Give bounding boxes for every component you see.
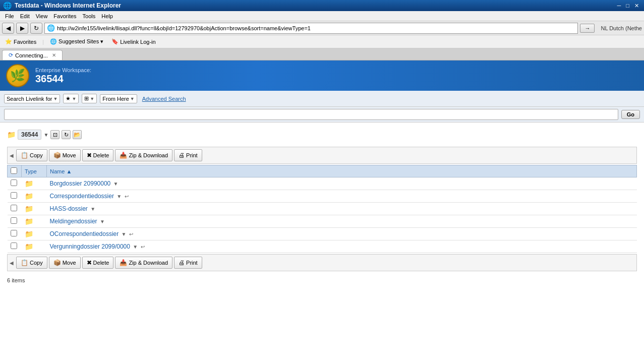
bottom-action-toolbar: ◀ 📋 Copy 📦 Move ✖ Delete 📥 Zip & Downloa… (7, 254, 637, 271)
app-logo: 🌿 (6, 64, 29, 87)
top-zip-download-button[interactable]: 📥 Zip & Download (115, 149, 172, 161)
row-menu-icon-1[interactable]: ▼ (113, 181, 119, 187)
name-sort-link[interactable]: Name ▲ (50, 168, 72, 174)
breadcrumb-bar: 📁 36544 ▼ ⊡ ↻ 📂 (7, 128, 637, 142)
back-button[interactable]: ◀ (2, 23, 14, 34)
minimize-button[interactable]: ─ (615, 3, 623, 9)
table-row: 📁 Borgdossier 20990000 ▼ (8, 177, 637, 190)
maximize-button[interactable]: □ (624, 3, 631, 9)
favorites-button[interactable]: ⭐ Favorites (3, 37, 38, 46)
menu-edit[interactable]: Edit (17, 11, 33, 21)
toolbar-left-arrow[interactable]: ◀ (9, 153, 15, 158)
search-input-bar: Go (0, 107, 644, 123)
system-info: NL Dutch (Nethe (601, 25, 642, 31)
breadcrumb-dropdown-arrow[interactable]: ▼ (43, 132, 48, 138)
go-button[interactable]: → (580, 24, 595, 33)
row-checkbox-6[interactable] (11, 243, 17, 249)
window-controls: ─ □ ✕ (615, 3, 641, 9)
row-arrow-icon-5[interactable]: ↩ (129, 231, 133, 237)
row-checkbox-5[interactable] (11, 230, 17, 236)
file-link-1[interactable]: Borgdossier 20990000 (50, 180, 111, 187)
row-checkbox-1[interactable] (11, 179, 17, 186)
row-menu-icon-5[interactable]: ▼ (122, 231, 127, 237)
menu-help[interactable]: Help (98, 11, 116, 21)
search-toolbar: Search Livelink for ▼ ★ ▼ ⊞ ▼ From Here … (0, 91, 644, 107)
app-title-label: Enterprise Workspace: (35, 67, 91, 73)
column-type-header[interactable]: Type (22, 165, 47, 177)
tab-close-icon[interactable]: ✕ (52, 52, 56, 58)
location-dropdown-arrow: ▼ (130, 96, 135, 101)
type-sort-link[interactable]: Type (25, 168, 37, 174)
tab-connecting[interactable]: ⟳ Connecting... ✕ (2, 50, 63, 60)
print-icon: 🖨 (179, 152, 185, 159)
search-input[interactable] (4, 109, 618, 120)
search-livelink-dropdown[interactable]: Search Livelink for ▼ (4, 94, 60, 103)
breadcrumb-new-window-btn[interactable]: ⊡ (50, 130, 60, 139)
top-move-button[interactable]: 📦 Move (49, 149, 81, 161)
ie-icon: 🌐 (3, 2, 12, 10)
menu-file[interactable]: File (2, 11, 17, 21)
forward-button[interactable]: ▶ (16, 23, 28, 34)
close-button[interactable]: ✕ (632, 3, 641, 9)
file-link-4[interactable]: Meldingendossier (50, 218, 97, 225)
view-dropdown-arrow: ▼ (90, 96, 94, 101)
table-row: 📁 OCorrespondentiedossier ▼ ↩ (8, 228, 637, 240)
breadcrumb-refresh-btn[interactable]: ↻ (62, 130, 71, 139)
top-print-button[interactable]: 🖨 Print (174, 149, 202, 161)
main-content: 📁 36544 ▼ ⊡ ↻ 📂 ◀ 📋 Copy 📦 Move ✖ Delete… (0, 123, 644, 288)
row-menu-icon-4[interactable]: ▼ (100, 219, 105, 224)
location-label: From Here (102, 96, 129, 102)
row-menu-icon-2[interactable]: ▼ (116, 194, 122, 199)
bottom-toolbar-left-arrow[interactable]: ◀ (9, 260, 15, 266)
advanced-search-link[interactable]: Advanced Search (142, 96, 186, 102)
bottom-delete-button[interactable]: ✖ Delete (82, 257, 114, 269)
address-input-wrap: 🌐 (44, 23, 578, 34)
top-copy-button[interactable]: 📋 Copy (16, 149, 47, 161)
bottom-print-icon: 🖨 (179, 259, 185, 266)
location-dropdown[interactable]: From Here ▼ (100, 94, 137, 103)
file-link-6[interactable]: Vergunningdossier 2099/0000 (50, 243, 130, 250)
breadcrumb-parent-btn[interactable]: 📂 (73, 130, 82, 139)
refresh-button[interactable]: ↻ (30, 23, 42, 34)
star-icon: ⭐ (5, 38, 12, 45)
menu-view[interactable]: View (33, 11, 51, 21)
delete-icon: ✖ (87, 152, 92, 159)
bottom-move-button[interactable]: 📦 Move (49, 257, 81, 269)
breadcrumb-folder-icon: 📁 (7, 131, 16, 139)
address-input[interactable] (57, 25, 575, 31)
menu-tools[interactable]: Tools (80, 11, 99, 21)
zip-icon: 📥 (120, 152, 127, 159)
column-name-header[interactable]: Name ▲ (47, 165, 637, 177)
file-link-2[interactable]: Correspondentiedossier (50, 193, 114, 200)
bottom-copy-button[interactable]: 📋 Copy (16, 257, 47, 269)
file-link-5[interactable]: OCorrespondentiedossier (50, 230, 119, 237)
top-delete-button[interactable]: ✖ Delete (82, 149, 114, 161)
livelink-login[interactable]: 🔖 Livelink Log-in (109, 37, 157, 46)
menu-favorites[interactable]: Favorites (50, 11, 79, 21)
suggested-sites[interactable]: 🌐 Suggested Sites ▾ (48, 37, 105, 46)
window-title: Testdata - Windows Internet Explorer (15, 2, 121, 9)
row-arrow-icon-2[interactable]: ↩ (125, 194, 129, 199)
view-dropdown[interactable]: ⊞ ▼ (82, 94, 97, 103)
file-link-3[interactable]: HASS-dossier (50, 205, 88, 212)
row-menu-icon-3[interactable]: ▼ (90, 206, 95, 212)
tab-bar: ⟳ Connecting... ✕ (0, 48, 644, 61)
app-header: 🌿 Enterprise Workspace: 36544 (0, 61, 644, 91)
row-checkbox-4[interactable] (11, 217, 17, 224)
bottom-zip-download-button[interactable]: 📥 Zip & Download (115, 257, 172, 269)
star-icon: ★ (66, 95, 71, 102)
livelink-icon: 🔖 (111, 38, 119, 45)
search-label: Search Livelink for (7, 96, 52, 102)
bottom-print-button[interactable]: 🖨 Print (174, 257, 202, 269)
row-checkbox-2[interactable] (11, 192, 17, 199)
row-checkbox-3[interactable] (11, 205, 17, 211)
items-count: 6 items (7, 277, 25, 283)
row-arrow-icon-6[interactable]: ↩ (141, 244, 145, 250)
select-all-checkbox[interactable] (11, 167, 17, 174)
search-go-button[interactable]: Go (621, 110, 640, 119)
row-menu-icon-6[interactable]: ▼ (133, 244, 138, 250)
breadcrumb-label: 36544 (18, 130, 41, 140)
folder-icon-1: 📁 (25, 179, 33, 188)
bottom-move-icon: 📦 (53, 259, 61, 266)
star-dropdown[interactable]: ★ ▼ (63, 94, 79, 103)
